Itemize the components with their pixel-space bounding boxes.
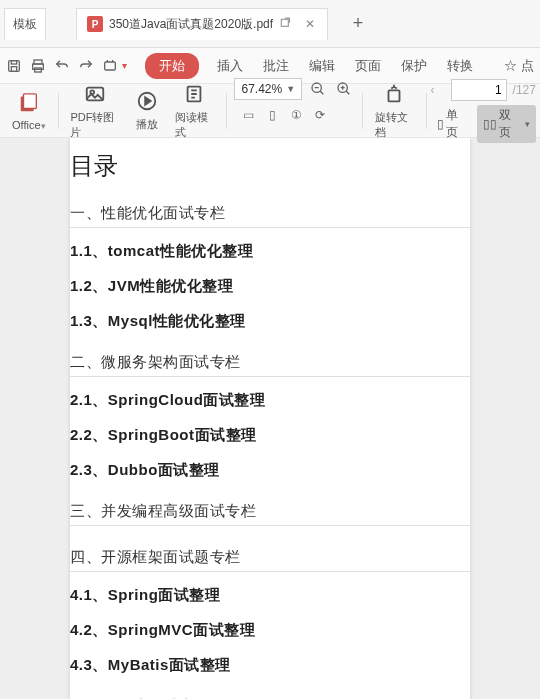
svg-rect-0 (281, 19, 288, 26)
pdf-page: 目录 一、性能优化面试专栏 1.1、tomcat性能优化整理 1.2、JVM性能… (70, 138, 470, 699)
svg-rect-9 (23, 93, 36, 108)
tab-active[interactable]: P 350道Java面试真题2020版.pdf ✕ (76, 8, 328, 40)
fit-page-icon[interactable]: ▯ (264, 107, 280, 123)
single-page-label: 单页 (446, 107, 469, 141)
play-button[interactable]: 播放 (127, 89, 167, 132)
single-page-button[interactable]: ▯ 单页 (431, 105, 475, 143)
titlebar: 模板 P 350道Java面试真题2020版.pdf ✕ + (0, 0, 540, 48)
zoom-out-icon[interactable] (308, 79, 328, 99)
rotate-icon (382, 82, 406, 106)
office-button[interactable]: Office▾ (4, 91, 54, 131)
menu-protect[interactable]: 保护 (393, 57, 435, 75)
print-icon[interactable] (28, 56, 48, 76)
menu-dots[interactable]: ☆ 点 (502, 57, 536, 75)
double-page-label: 双页 (499, 107, 521, 141)
toc-section-4: 四、开源框架面试题专栏 (70, 548, 470, 572)
office-icon (17, 91, 41, 115)
menu-dots-label: 点 (521, 58, 534, 73)
office-label: Office▾ (12, 119, 46, 131)
toc-item: 1.2、JVM性能优化整理 (70, 277, 470, 296)
close-icon[interactable]: ✕ (303, 17, 317, 31)
redo-icon[interactable] (76, 56, 96, 76)
fit-width-icon[interactable]: ▭ (240, 107, 256, 123)
svg-rect-7 (105, 62, 116, 70)
toc-item: 4.2、SpringMVC面试整理 (70, 621, 470, 640)
read-mode-button[interactable]: 阅读模式 (167, 82, 222, 140)
tab-template[interactable]: 模板 (4, 8, 46, 40)
pdf-to-image-button[interactable]: PDF转图片 (62, 82, 126, 140)
toolbar: Office▾ PDF转图片 播放 阅读模式 67.42%▼ ▭ ▯ ① ⟳ 旋… (0, 84, 540, 138)
refresh-icon[interactable]: ⟳ (312, 107, 328, 123)
image-icon (83, 82, 107, 106)
zoom-value: 67.42% (241, 82, 282, 96)
svg-rect-2 (11, 60, 16, 63)
toc-item: 2.1、SpringCloud面试整理 (70, 391, 470, 410)
toc-item: 2.2、SpringBoot面试整理 (70, 426, 470, 445)
svg-rect-3 (11, 66, 16, 71)
toc-section-1: 一、性能优化面试专栏 (70, 204, 470, 228)
toc-section-3: 三、并发编程高级面试专栏 (70, 502, 470, 526)
pdf-icon: P (87, 16, 103, 32)
menu-insert[interactable]: 插入 (209, 57, 251, 75)
menu-annotate[interactable]: 批注 (255, 57, 297, 75)
rotate-label: 旋转文档 (375, 110, 414, 140)
undo-icon[interactable] (52, 56, 72, 76)
toc-item: 2.3、Dubbo面试整理 (70, 461, 470, 480)
external-icon[interactable] (279, 17, 293, 31)
double-page-button[interactable]: ▯▯ 双页▾ (477, 105, 536, 143)
play-icon (135, 89, 159, 113)
pdf-to-image-label: PDF转图片 (70, 110, 118, 140)
toc-item: 4.3、MyBatis面试整理 (70, 656, 470, 675)
toc-item: 1.3、Mysql性能优化整理 (70, 312, 470, 331)
add-tab-button[interactable]: + (348, 14, 368, 34)
toc-title: 目录 (70, 150, 470, 182)
chevron-down-icon: ▼ (286, 84, 295, 94)
menu-edit[interactable]: 编辑 (301, 57, 343, 75)
page-total: /127 (513, 83, 536, 97)
view-options-grid: ▭ ▯ ① ⟳ (240, 106, 348, 144)
read-mode-label: 阅读模式 (175, 110, 214, 140)
play-label: 播放 (136, 117, 158, 132)
document-viewport[interactable]: 目录 一、性能优化面试专栏 1.1、tomcat性能优化整理 1.2、JVM性能… (0, 138, 540, 699)
toc-item: 4.1、Spring面试整理 (70, 586, 470, 605)
zoom-in-icon[interactable] (334, 79, 354, 99)
rotate-button[interactable]: 旋转文档 (367, 82, 422, 140)
start-button[interactable]: 开始 (145, 53, 199, 79)
read-mode-icon (182, 82, 206, 106)
toc-item: 1.1、tomcat性能优化整理 (70, 242, 470, 261)
menu-page[interactable]: 页面 (347, 57, 389, 75)
zoom-select[interactable]: 67.42%▼ (234, 78, 302, 100)
toc-section-2: 二、微服务架构面试专栏 (70, 353, 470, 377)
save-icon[interactable] (4, 56, 24, 76)
dropdown-icon[interactable]: ▾ (122, 60, 127, 71)
page-prev-button[interactable]: ‹ (431, 83, 445, 97)
tab-title: 350道Java面试真题2020版.pdf (109, 16, 273, 33)
page-input[interactable] (451, 79, 507, 101)
actual-size-icon[interactable]: ① (288, 107, 304, 123)
svg-rect-16 (389, 90, 400, 101)
menu-convert[interactable]: 转换 (439, 57, 481, 75)
screenshot-icon[interactable] (100, 56, 120, 76)
